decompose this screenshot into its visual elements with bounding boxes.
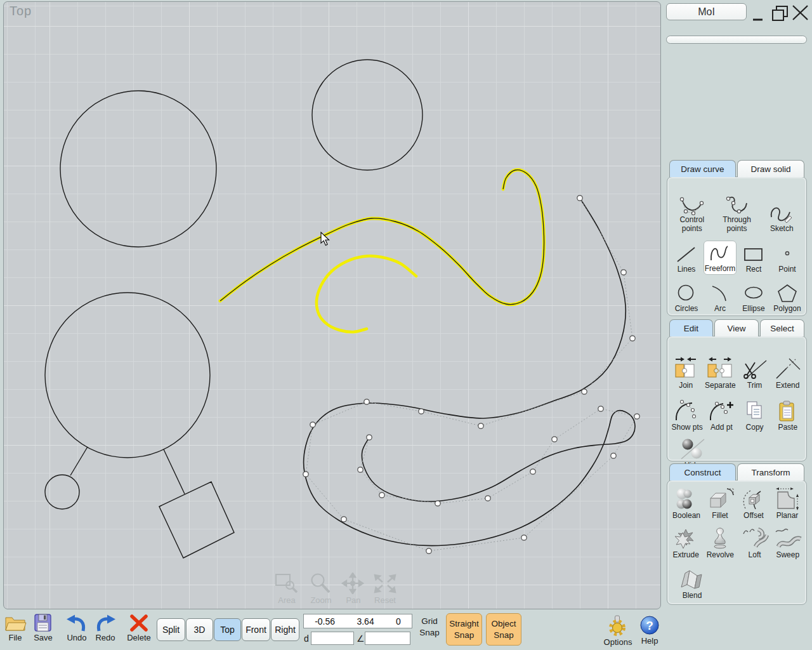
lines-icon xyxy=(674,243,698,265)
area-zoom-button[interactable]: Area xyxy=(272,573,301,605)
delete-button[interactable]: Delete xyxy=(124,613,154,642)
control-point xyxy=(485,496,490,501)
tool-sketch[interactable]: Sketch xyxy=(759,201,804,234)
construct-palette: Boolean Fillet Offset Planar Extrude xyxy=(667,480,807,605)
tool-loft[interactable]: Loft xyxy=(738,525,771,560)
tool-fillet[interactable]: Fillet xyxy=(704,486,737,521)
control-point xyxy=(634,414,639,419)
canvas-drawing xyxy=(4,2,661,609)
construct-tabs: Construct Transform xyxy=(669,463,804,481)
coord-z: 0 xyxy=(396,616,401,627)
tab-select[interactable]: Select xyxy=(760,319,804,336)
bottom-toolbar: File Save Undo Redo Delete Split 3D Top … xyxy=(0,611,812,650)
window-title: MoI xyxy=(666,3,747,20)
save-button[interactable]: Save xyxy=(29,613,58,642)
tool-polygon[interactable]: Polygon xyxy=(771,281,804,314)
tool-through-points[interactable]: Through points xyxy=(715,192,759,234)
tab-edit[interactable]: Edit xyxy=(669,319,713,336)
tool-control-points[interactable]: Control points xyxy=(670,192,714,234)
tool-separate[interactable]: Separate xyxy=(702,354,738,391)
tool-freeform[interactable]: Freeform xyxy=(704,241,737,275)
tool-boolean[interactable]: Boolean xyxy=(670,486,703,521)
tool-ellipse[interactable]: Ellipse xyxy=(737,281,770,314)
viewport-label: Top xyxy=(10,4,32,18)
tab-draw-curve[interactable]: Draw curve xyxy=(669,160,736,177)
tool-paste[interactable]: Paste xyxy=(771,399,804,433)
control-point xyxy=(630,336,635,341)
join-icon xyxy=(671,355,700,381)
distance-input[interactable] xyxy=(311,632,354,645)
options-button[interactable]: Options xyxy=(601,614,634,647)
tool-blend[interactable]: Blend xyxy=(674,566,710,601)
tool-extrude[interactable]: Extrude xyxy=(669,525,702,560)
tool-lines[interactable]: Lines xyxy=(670,242,703,275)
ellipse-icon xyxy=(742,282,766,304)
draw-palette: Control points Through points Sketch Lin… xyxy=(667,176,807,316)
undo-arrow-icon xyxy=(63,613,90,633)
area-zoom-icon xyxy=(274,573,299,594)
extend-icon xyxy=(774,355,802,381)
tool-trim[interactable]: Trim xyxy=(738,354,771,391)
control-point xyxy=(582,389,587,394)
control-point xyxy=(577,196,582,201)
zoom-button[interactable]: Zoom xyxy=(306,573,336,605)
tab-draw-solid[interactable]: Draw solid xyxy=(737,160,804,177)
loft-icon xyxy=(740,526,769,550)
help-button[interactable]: ? Help xyxy=(634,614,665,646)
angle-input[interactable] xyxy=(365,632,410,645)
redo-button[interactable]: Redo xyxy=(91,613,120,642)
straight-snap-toggle[interactable]: Straight Snap xyxy=(446,613,482,646)
tool-revolve[interactable]: Revolve xyxy=(702,525,738,560)
file-button[interactable]: File xyxy=(1,613,30,642)
tab-construct[interactable]: Construct xyxy=(669,463,736,481)
tab-transform[interactable]: Transform xyxy=(737,463,804,481)
pan-icon xyxy=(341,573,366,594)
tool-extend[interactable]: Extend xyxy=(771,354,804,391)
planar-icon xyxy=(773,487,802,511)
pan-button[interactable]: Pan xyxy=(341,573,366,605)
object-snap-toggle[interactable]: Object Snap xyxy=(486,613,521,646)
control-point xyxy=(303,472,308,477)
control-point xyxy=(364,399,369,404)
polygon-icon xyxy=(775,282,799,304)
tool-copy[interactable]: Copy xyxy=(738,399,771,433)
restore-button[interactable] xyxy=(770,4,790,22)
arc-icon xyxy=(708,282,732,304)
copy-icon xyxy=(741,400,769,423)
control-point xyxy=(435,501,440,506)
minimize-button[interactable] xyxy=(750,6,764,23)
tab-view[interactable]: View xyxy=(714,319,759,336)
undo-button[interactable]: Undo xyxy=(62,613,91,642)
tool-offset[interactable]: Offset xyxy=(737,486,770,521)
panel-collapsed-bar[interactable] xyxy=(666,36,807,44)
tool-sweep[interactable]: Sweep xyxy=(771,525,804,560)
reset-view-icon xyxy=(372,573,398,594)
view-3d-button[interactable]: 3D xyxy=(186,618,213,641)
control-point xyxy=(310,422,315,427)
sweep-icon xyxy=(773,526,802,550)
control-point xyxy=(552,437,557,442)
close-button[interactable] xyxy=(790,3,811,22)
view-top-button[interactable]: Top xyxy=(214,618,241,641)
grid-snap-toggle[interactable]: Grid Snap xyxy=(414,616,445,638)
view-split-button[interactable]: Split xyxy=(157,618,185,641)
tool-point[interactable]: Point xyxy=(771,242,804,275)
reset-view-button[interactable]: Reset xyxy=(371,573,399,605)
view-right-button[interactable]: Right xyxy=(271,618,299,641)
canvas-circle xyxy=(45,293,210,458)
tool-arc[interactable]: Arc xyxy=(704,281,737,314)
view-front-button[interactable]: Front xyxy=(242,618,270,641)
viewport-canvas[interactable]: Top Area Zoom Pan Reset xyxy=(3,1,661,609)
revolve-icon xyxy=(705,526,735,550)
tool-add-pt[interactable]: Add pt xyxy=(705,399,738,433)
tool-join[interactable]: Join xyxy=(669,354,702,391)
canvas-circle xyxy=(45,475,79,509)
tool-show-pts[interactable]: Show pts xyxy=(669,399,705,433)
control-point xyxy=(419,409,424,414)
extrude-icon xyxy=(671,526,700,550)
redo-arrow-icon xyxy=(92,613,119,633)
tool-rect[interactable]: Rect xyxy=(737,242,770,275)
tool-circles[interactable]: Circles xyxy=(670,281,703,314)
tool-planar[interactable]: Planar xyxy=(771,486,804,521)
angle-label: ∠ xyxy=(357,633,365,644)
